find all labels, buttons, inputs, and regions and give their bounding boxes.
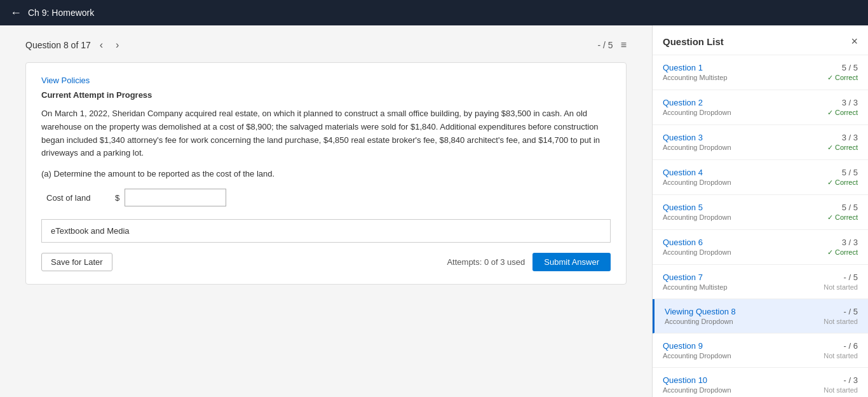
question-list-item[interactable]: Question 10Accounting Dropdown- / 3Not s… — [653, 368, 868, 397]
submit-button[interactable]: Submit Answer — [532, 253, 611, 271]
question-text: On March 1, 2022, Sheridan Company acqui… — [41, 107, 611, 160]
back-button[interactable]: ← — [10, 6, 22, 20]
question-item-name: Viewing Question 8 — [665, 307, 736, 316]
question-list-item[interactable]: Question 9Accounting Dropdown- / 6Not st… — [653, 333, 868, 368]
cost-label: Cost of land — [46, 193, 110, 203]
question-item-status: Correct — [827, 248, 858, 257]
content-panel: Question 8 of 17 ‹ › - / 5 ≡ View Polici… — [0, 25, 652, 397]
question-item-type: Accounting Dropdown — [663, 178, 731, 186]
question-list-item[interactable]: Viewing Question 8Accounting Dropdown- /… — [653, 299, 868, 333]
question-item-type: Accounting Dropdown — [663, 109, 731, 116]
question-item-status: Not started — [824, 283, 858, 291]
question-list-panel: Question List × Question 1Accounting Mul… — [652, 25, 868, 397]
question-item-type: Accounting Dropdown — [663, 352, 731, 360]
question-item-status: Not started — [824, 386, 858, 394]
question-item-type: Accounting Dropdown — [663, 213, 731, 221]
question-body: View Policies Current Attempt in Progres… — [25, 62, 627, 285]
question-item-score: 3 / 3 — [842, 98, 858, 107]
question-item-score: 5 / 5 — [842, 168, 858, 177]
question-header: Question 8 of 17 ‹ › - / 5 ≡ — [25, 38, 627, 52]
question-item-name: Question 10 — [663, 375, 731, 385]
question-item-name: Question 2 — [663, 98, 731, 107]
question-list-item[interactable]: Question 5Accounting Dropdown5 / 5Correc… — [653, 195, 868, 230]
question-item-name: Question 3 — [663, 133, 731, 142]
question-item-status: Correct — [827, 144, 858, 152]
question-item-type: Accounting Dropdown — [663, 248, 731, 256]
question-item-score: 5 / 5 — [842, 203, 858, 212]
question-item-status: Not started — [824, 352, 858, 360]
top-nav: ← Ch 9: Homework — [0, 0, 868, 25]
question-list-title: Question List — [663, 36, 724, 47]
question-item-score: 3 / 3 — [842, 133, 858, 142]
question-list-item[interactable]: Question 3Accounting Dropdown3 / 3Correc… — [653, 125, 868, 160]
main-area: Question 8 of 17 ‹ › - / 5 ≡ View Polici… — [0, 25, 868, 397]
etextbook-button[interactable]: eTextbook and Media — [41, 219, 611, 243]
question-list-item[interactable]: Question 6Accounting Dropdown3 / 3Correc… — [653, 230, 868, 265]
question-item-score: 3 / 3 — [842, 238, 858, 247]
action-row: Save for Later Attempts: 0 of 3 used Sub… — [41, 253, 611, 271]
current-attempt-label: Current Attempt in Progress — [41, 90, 611, 100]
save-later-button[interactable]: Save for Later — [41, 253, 112, 271]
question-list-header: Question List × — [653, 25, 868, 55]
question-item-score: 5 / 5 — [842, 63, 858, 72]
question-item-type: Accounting Dropdown — [663, 386, 731, 394]
score-area: - / 5 ≡ — [598, 39, 627, 51]
question-list-item[interactable]: Question 2Accounting Dropdown3 / 3Correc… — [653, 90, 868, 125]
sub-question-text: (a) Determine the amount to be reported … — [41, 169, 611, 178]
prev-button[interactable]: ‹ — [96, 38, 107, 52]
question-item-name: Question 6 — [663, 238, 731, 247]
question-item-score: - / 5 — [844, 273, 858, 282]
question-list-item[interactable]: Question 7Accounting Multistep- / 5Not s… — [653, 265, 868, 299]
question-item-status: Correct — [827, 74, 858, 82]
question-item-type: Accounting Dropdown — [665, 318, 736, 325]
question-item-status: Correct — [827, 178, 858, 187]
question-item-name: Question 9 — [663, 341, 731, 351]
question-item-score: - / 5 — [844, 307, 858, 316]
cost-input-row: Cost of land $ — [46, 189, 611, 206]
close-question-list-button[interactable]: × — [851, 36, 858, 47]
question-item-name: Question 1 — [663, 63, 728, 72]
next-button[interactable]: › — [112, 38, 123, 52]
question-list-item[interactable]: Question 4Accounting Dropdown5 / 5Correc… — [653, 160, 868, 195]
question-nav: Question 8 of 17 ‹ › — [25, 38, 123, 52]
cost-input[interactable] — [125, 189, 226, 206]
question-item-type: Accounting Dropdown — [663, 144, 731, 151]
question-list-item[interactable]: Question 1Accounting Multistep5 / 5Corre… — [653, 55, 868, 90]
question-item-type: Accounting Multistep — [663, 74, 728, 81]
question-list-items: Question 1Accounting Multistep5 / 5Corre… — [653, 55, 868, 397]
question-item-score: - / 3 — [844, 375, 858, 385]
question-label: Question 8 of 17 — [25, 40, 91, 50]
view-policies-link[interactable]: View Policies — [41, 76, 611, 85]
question-item-status: Correct — [827, 213, 858, 222]
question-item-status: Not started — [824, 318, 858, 325]
question-item-type: Accounting Multistep — [663, 283, 728, 291]
nav-title: Ch 9: Homework — [28, 8, 94, 18]
question-item-name: Question 7 — [663, 273, 728, 282]
question-item-name: Question 4 — [663, 168, 731, 177]
question-item-score: - / 6 — [844, 341, 858, 351]
question-item-status: Correct — [827, 109, 858, 117]
dollar-sign: $ — [115, 193, 119, 203]
attempts-text: Attempts: 0 of 3 used — [447, 257, 525, 267]
menu-icon[interactable]: ≡ — [621, 39, 627, 51]
question-item-name: Question 5 — [663, 203, 731, 212]
right-actions: Attempts: 0 of 3 used Submit Answer — [447, 253, 611, 271]
score-display: - / 5 — [598, 40, 613, 50]
